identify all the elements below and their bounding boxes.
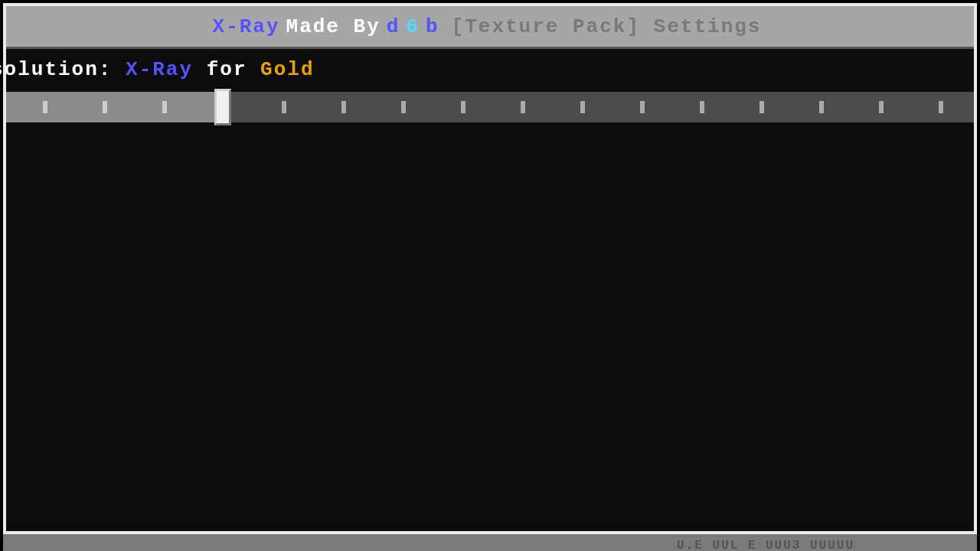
slider-tick <box>103 101 107 113</box>
header-made-by: Made By <box>286 15 381 38</box>
settings-content: solution: X-Ray for Gold <box>6 49 974 122</box>
slider-tick <box>819 101 824 113</box>
label-for: for <box>207 58 247 81</box>
author-d: d <box>387 15 400 38</box>
label-xray: X-Ray <box>126 58 193 81</box>
author-6: 6 <box>406 15 420 38</box>
slider-tick <box>879 101 884 113</box>
slider-tick <box>521 101 525 113</box>
slider-tick <box>580 101 585 113</box>
slider-tick <box>640 101 645 113</box>
bottom-text: U.E UUL E UUU3 UUUUU <box>677 539 854 551</box>
author-b: b <box>426 15 439 38</box>
resolution-label: solution: X-Ray for Gold <box>0 58 974 81</box>
slider-tick <box>282 101 286 113</box>
header-author: d6b <box>387 15 446 38</box>
bottom-strip: U.E UUL E UUU3 UUUUU <box>3 534 977 551</box>
header-suffix: [Texture Pack] Settings <box>452 15 762 38</box>
slider-tick <box>341 101 346 113</box>
slider-tick <box>939 101 943 113</box>
resolution-slider[interactable] <box>6 92 974 122</box>
slider-tick <box>700 101 704 113</box>
label-target: Gold <box>260 58 314 81</box>
label-prefix: solution: <box>0 58 112 81</box>
slider-fill <box>6 92 214 122</box>
slider-tick <box>43 101 47 113</box>
slider-tick <box>760 101 764 113</box>
slider-handle[interactable] <box>214 89 231 126</box>
header-bar: X-Ray Made By d6b [Texture Pack] Setting… <box>6 6 974 49</box>
slider-tick <box>401 101 406 113</box>
settings-frame: X-Ray Made By d6b [Texture Pack] Setting… <box>3 3 977 534</box>
slider-tick <box>461 101 466 113</box>
header-xray: X-Ray <box>213 15 280 38</box>
slider-tick <box>162 101 167 113</box>
